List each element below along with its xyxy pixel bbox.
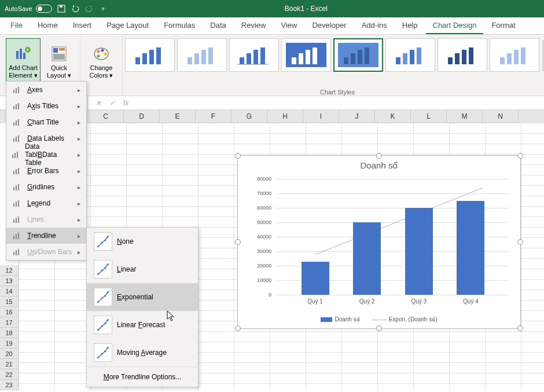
tab-help[interactable]: Help [395,17,425,34]
column-header[interactable]: K [375,110,411,123]
undo-icon[interactable] [71,4,80,13]
svg-rect-80 [18,233,19,239]
tab-formulas[interactable]: Formulas [157,17,202,34]
tab-developer[interactable]: Developer [305,17,353,34]
tab-chart-design[interactable]: Chart Design [426,17,484,34]
dropdown-item-legend[interactable]: Legend▸ [6,195,86,211]
dropdown-item-chart-title[interactable]: Chart Title▸ [6,114,86,130]
chart-style-thumb[interactable] [385,38,435,72]
chart-resize-handle[interactable] [376,325,382,331]
svg-rect-21 [194,53,199,64]
row-header[interactable]: 17 [0,317,19,328]
row-header[interactable]: 15 [0,296,19,307]
column-header[interactable]: M [447,110,483,123]
trendline-option-exponential[interactable]: Exponential [87,283,198,311]
autosave-toggle[interactable]: AutoSave [5,5,52,13]
tab-data[interactable]: Data [203,17,233,34]
dropdown-item-label: Trendline [27,232,56,240]
chart-resize-handle[interactable] [517,239,523,245]
column-header[interactable]: J [339,110,375,123]
trendline-option-linear-forecast[interactable]: Linear Forecast [87,311,198,339]
fx-icon[interactable]: fx [123,99,128,107]
tab-format[interactable]: Format [484,17,522,34]
cancel-icon[interactable]: ✕ [95,99,101,107]
column-header[interactable]: L [411,110,447,123]
row-header[interactable]: 19 [0,338,19,349]
trendline-option-moving-average[interactable]: Moving Average [87,339,198,367]
row-header[interactable]: 22 [0,369,19,380]
chart-style-thumb[interactable] [125,38,175,72]
chart-ytick: 50000 [242,219,271,225]
legend-trendline-label: Expon. (Doanh số) [389,316,438,323]
quick-layout-button[interactable]: Quick Layout ▾ [42,38,76,86]
chart-plot-area[interactable]: 0100002000030000400005000060000700008000… [277,179,509,295]
qat-more-icon[interactable]: ▾ [98,4,108,13]
chart-style-thumb[interactable] [229,38,279,72]
autosave-switch-icon[interactable] [36,5,52,13]
row-header[interactable]: 23 [0,380,19,390]
chart-style-thumb[interactable] [438,38,487,72]
column-header[interactable]: D [124,110,160,123]
chart-style-thumb[interactable] [177,38,227,72]
chevron-right-icon: ▸ [78,217,80,223]
column-header[interactable]: F [196,110,231,123]
redo-icon[interactable] [84,4,94,13]
row-header[interactable]: 20 [0,349,19,359]
column-header[interactable]: H [267,110,303,123]
row-header[interactable]: 13 [0,276,19,286]
svg-rect-53 [18,87,19,93]
column-header[interactable]: I [303,110,339,123]
chart-resize-handle[interactable] [235,153,241,159]
chart-resize-handle[interactable] [376,153,382,159]
dropdown-item-axis-titles[interactable]: Axis Titles▸ [6,98,86,114]
row-header[interactable]: 16 [0,307,19,317]
error-bars-icon [11,165,23,177]
tab-view[interactable]: View [274,17,304,34]
chart-bar[interactable] [405,208,433,295]
column-header[interactable]: E [160,110,196,123]
dropdown-item-gridlines[interactable]: Gridlines▸ [6,179,86,195]
dropdown-item-data-table[interactable]: Data TablBData Table▸ [6,146,86,163]
save-icon[interactable] [57,4,66,13]
more-trendline-options[interactable]: More Trendline Options... [87,367,198,387]
chevron-right-icon: ▸ [78,168,80,174]
row-header[interactable]: 14 [0,286,19,296]
chart-object[interactable]: Doanh số 0100002000030000400005000060000… [237,155,521,329]
chart-bar[interactable] [457,201,484,295]
row-header[interactable]: 12 [0,265,19,276]
quick-layout-label: Quick Layout ▾ [42,64,76,79]
chart-resize-handle[interactable] [517,153,523,159]
column-header[interactable]: G [231,110,267,123]
column-header[interactable]: C [88,110,124,123]
svg-point-15 [97,55,100,58]
row-header[interactable]: 21 [0,359,19,369]
axes-icon [11,84,23,96]
tab-page-layout[interactable]: Page Layout [100,17,156,34]
chart-resize-handle[interactable] [517,325,523,331]
trendline-option-linear[interactable]: Linear [87,255,198,283]
row-header[interactable]: 18 [0,328,19,338]
svg-rect-52 [16,88,17,93]
chart-style-thumb[interactable] [333,38,383,72]
dropdown-item-axes[interactable]: Axes▸ [6,82,86,98]
enter-icon[interactable]: ✓ [109,99,115,107]
tab-insert[interactable]: Insert [66,17,99,34]
svg-rect-60 [13,138,14,142]
chart-resize-handle[interactable] [235,325,241,331]
chart-bar[interactable] [302,262,329,295]
chart-resize-handle[interactable] [235,239,241,245]
tab-home[interactable]: Home [31,17,65,34]
column-header[interactable]: N [483,110,519,123]
chart-style-thumb[interactable] [281,38,331,72]
dropdown-item-trendline[interactable]: Trendline▸ [6,228,86,244]
tab-review[interactable]: Review [234,17,273,34]
svg-rect-39 [396,57,400,64]
chart-legend[interactable]: Doanh số Expon. (Doanh số) [238,316,520,323]
change-colors-button[interactable]: Change Colors ▾ [84,38,119,86]
add-chart-element-button[interactable]: + Add Chart Element ▾ [6,38,41,86]
trendline-option-none[interactable]: None [87,228,198,255]
tab-file[interactable]: File [3,17,30,34]
chart-style-thumb[interactable] [490,38,539,72]
tab-addins[interactable]: Add-ins [355,17,394,34]
svg-rect-20 [188,57,192,64]
